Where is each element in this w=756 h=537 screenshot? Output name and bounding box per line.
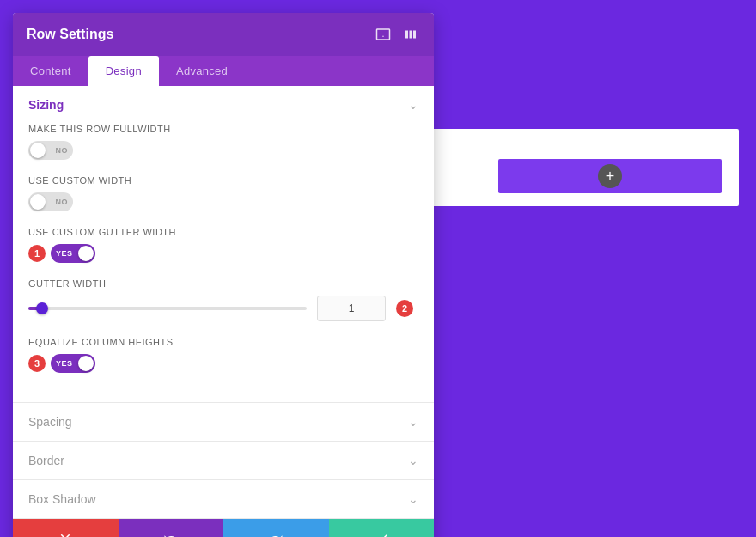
panel-footer [13, 519, 434, 537]
custom-width-toggle-wrap: NO [28, 192, 418, 211]
panel-body: Sizing ⌄ Make This Row Fullwidth NO [13, 86, 434, 519]
custom-gutter-row: 1 YES [28, 244, 418, 263]
spacing-section-title: Spacing [28, 415, 72, 429]
border-section-title: Border [28, 454, 64, 467]
border-section: Border ⌄ [13, 442, 434, 480]
border-section-header[interactable]: Border ⌄ [13, 442, 434, 479]
tab-design[interactable]: Design [88, 56, 159, 86]
sizing-section-header[interactable]: Sizing ⌄ [13, 86, 434, 124]
box-shadow-section-title: Box Shadow [28, 492, 96, 506]
panel-title: Row Settings [27, 27, 113, 42]
spacing-section: Spacing ⌄ [13, 403, 434, 442]
custom-width-toggle-knob [30, 194, 46, 210]
undo-icon [163, 531, 179, 537]
save-icon [374, 531, 389, 537]
gutter-width-input[interactable] [317, 296, 386, 321]
equalize-heights-label: Equalize Column Heights [28, 337, 418, 347]
custom-width-setting: Use Custom Width NO [28, 175, 418, 211]
custom-gutter-toggle-label: YES [56, 249, 73, 258]
gutter-width-track[interactable] [28, 307, 307, 310]
sizing-settings: Make This Row Fullwidth NO Use Custom Wi… [13, 124, 434, 402]
header-icons [374, 25, 420, 44]
custom-gutter-setting: Use Custom Gutter Width 1 YES [28, 227, 418, 263]
spacing-section-header[interactable]: Spacing ⌄ [13, 403, 434, 441]
canvas-purple-row: + [498, 159, 722, 193]
equalize-heights-setting: Equalize Column Heights 3 YES [28, 337, 418, 373]
responsive-icon[interactable] [374, 25, 393, 44]
tab-content[interactable]: Content [13, 56, 88, 86]
fullwidth-toggle[interactable]: NO [28, 141, 73, 160]
cancel-button[interactable] [13, 519, 119, 537]
fullwidth-setting: Make This Row Fullwidth NO [28, 124, 418, 160]
redo-button[interactable] [223, 519, 329, 537]
custom-width-label: Use Custom Width [28, 175, 418, 186]
undo-button[interactable] [119, 519, 224, 537]
cancel-icon [58, 531, 73, 537]
sizing-section-title: Sizing [28, 98, 64, 112]
equalize-heights-toggle[interactable]: YES [51, 354, 95, 373]
box-shadow-chevron-icon: ⌄ [408, 492, 418, 506]
panel-header: Row Settings [13, 13, 434, 56]
gutter-width-slider-wrap: 2 [28, 296, 418, 321]
sizing-section: Sizing ⌄ Make This Row Fullwidth NO [13, 86, 434, 403]
fullwidth-toggle-wrap: NO [28, 141, 418, 160]
equalize-heights-row: 3 YES [28, 354, 418, 373]
equalize-heights-toggle-label: YES [56, 359, 73, 368]
gutter-width-label: Gutter Width [28, 278, 418, 289]
custom-gutter-toggle[interactable]: YES [51, 244, 95, 263]
badge-3: 3 [28, 355, 46, 372]
equalize-heights-toggle-knob [78, 356, 94, 371]
gutter-width-setting: Gutter Width 2 [28, 278, 418, 321]
badge-1: 1 [28, 245, 46, 262]
add-row-button[interactable]: + [598, 164, 622, 188]
sizing-chevron-icon: ⌄ [408, 98, 418, 112]
custom-width-toggle[interactable]: NO [28, 192, 73, 211]
row-settings-panel: Row Settings Content Design Advanced Siz… [13, 13, 434, 537]
badge-2: 2 [396, 300, 413, 317]
tab-advanced[interactable]: Advanced [159, 56, 245, 86]
custom-width-toggle-label: NO [56, 198, 69, 206]
fullwidth-toggle-label: NO [56, 146, 69, 155]
custom-gutter-label: Use Custom Gutter Width [28, 227, 418, 237]
custom-gutter-toggle-knob [78, 246, 94, 261]
box-shadow-section: Box Shadow ⌄ [13, 480, 434, 519]
fullwidth-toggle-knob [30, 143, 46, 158]
tabs: Content Design Advanced [13, 56, 434, 86]
box-shadow-section-header[interactable]: Box Shadow ⌄ [13, 480, 434, 518]
redo-icon [268, 531, 284, 537]
gutter-width-thumb[interactable] [36, 302, 48, 314]
columns-icon[interactable] [401, 25, 420, 44]
border-chevron-icon: ⌄ [408, 454, 418, 467]
fullwidth-label: Make This Row Fullwidth [28, 124, 418, 134]
save-button[interactable] [329, 519, 435, 537]
spacing-chevron-icon: ⌄ [408, 415, 418, 429]
